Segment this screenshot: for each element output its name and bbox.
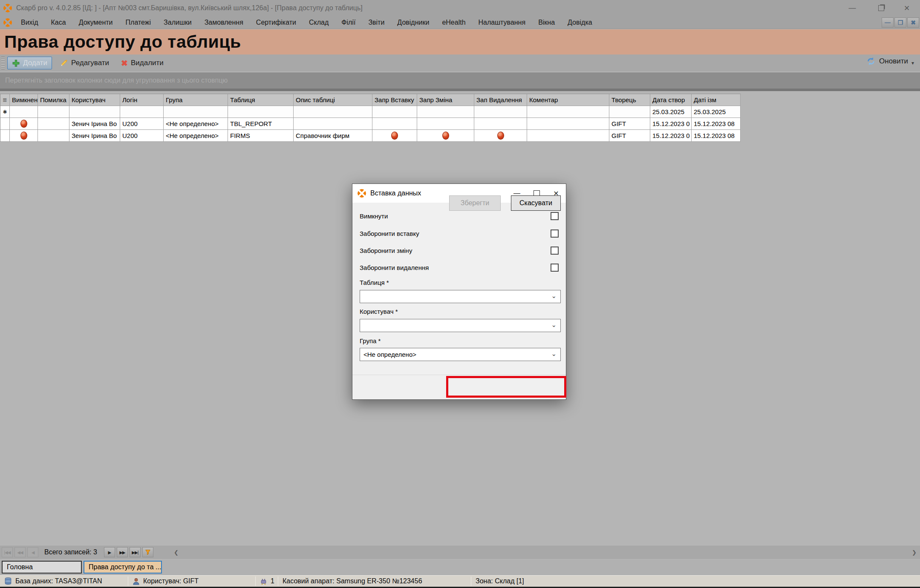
refresh-dropdown-arrow-icon[interactable]: ▾ (911, 60, 914, 66)
filter-cell[interactable] (294, 106, 372, 118)
filter-cell[interactable] (474, 106, 527, 118)
fast-prev-button[interactable]: ◀◀ (14, 547, 26, 557)
cell-group[interactable]: <Не определено> (164, 118, 228, 130)
close-button[interactable]: ✕ (897, 0, 917, 16)
cell-descr[interactable]: Справочник фирм (294, 130, 372, 142)
refresh-button[interactable]: Оновити ▾ (866, 57, 914, 66)
last-page-button[interactable]: ▶▶| (130, 547, 141, 557)
menu-item-vikna[interactable]: Вікна (532, 17, 561, 28)
cell-modified[interactable]: 15.12.2023 08 (692, 118, 741, 130)
col-header-disabled[interactable]: Вимкнен (10, 94, 38, 106)
filter-cell[interactable] (228, 106, 294, 118)
col-header-error[interactable]: Помилка (38, 94, 69, 106)
table-combobox[interactable]: ⌄ (360, 290, 561, 303)
deny-update-checkbox[interactable] (551, 247, 559, 255)
mdi-minimize-button[interactable]: — (882, 17, 894, 28)
mdi-close-button[interactable]: ✖ (907, 17, 919, 28)
col-header-date-created[interactable]: Дата створ (650, 94, 692, 106)
filter-cell[interactable] (417, 106, 474, 118)
col-header-creator[interactable]: Творець (609, 94, 650, 106)
col-header-group[interactable]: Група (164, 94, 228, 106)
scroll-right-icon[interactable]: ❯ (912, 549, 917, 556)
menu-item-nalashtuvannya[interactable]: Налаштування (472, 17, 532, 28)
col-header-comment[interactable]: Коментар (527, 94, 609, 106)
cell-modified[interactable]: 15.12.2023 08 (692, 130, 741, 142)
grid-row-tbl-report[interactable]: Зенич Ірина Во U200 <Не определено> TBL_… (0, 118, 741, 130)
filter-cell[interactable] (372, 106, 417, 118)
menu-item-dokumenty[interactable]: Документи (72, 17, 119, 28)
pencil-icon (60, 59, 68, 67)
menu-item-zvity[interactable]: Звіти (362, 17, 391, 28)
fast-next-button[interactable]: ▶▶ (117, 547, 128, 557)
menu-item-filii[interactable]: Філії (335, 17, 362, 28)
menu-item-kasa[interactable]: Каса (45, 17, 72, 28)
filter-cell[interactable] (164, 106, 228, 118)
group-field-label: Група * (360, 337, 381, 344)
menu-item-sertyfikaty[interactable]: Сертифікати (250, 17, 303, 28)
filter-cell[interactable] (609, 106, 650, 118)
filter-cell-modified[interactable]: 25.03.2025 (692, 106, 741, 118)
menu-item-dovidka[interactable]: Довідка (561, 17, 599, 28)
prev-page-button[interactable]: ◀ (27, 547, 38, 557)
red-status-icon (391, 132, 398, 140)
cell-creator[interactable]: GIFT (609, 118, 650, 130)
disable-checkbox[interactable] (551, 212, 559, 220)
cell-user[interactable]: Зенич Ірина Во (69, 118, 120, 130)
cell-deny-insert (372, 118, 417, 130)
scroll-left-icon[interactable]: ❮ (174, 549, 179, 556)
col-header-user[interactable]: Користувач (69, 94, 120, 106)
col-header-login[interactable]: Логін (120, 94, 164, 106)
menu-item-zalyshky[interactable]: Залишки (157, 17, 198, 28)
cell-descr[interactable] (294, 118, 372, 130)
cell-table[interactable]: TBL_REPORT (228, 118, 294, 130)
cell-comment[interactable] (527, 130, 609, 142)
delete-button[interactable]: ✖ Видалити (117, 57, 168, 70)
filter-button[interactable] (142, 547, 153, 557)
cell-group[interactable]: <Не определено> (164, 130, 228, 142)
col-header-table[interactable]: Таблиця (228, 94, 294, 106)
menu-item-vyhid[interactable]: Вихід (14, 17, 45, 28)
deny-delete-checkbox[interactable] (551, 264, 559, 272)
menu-item-sklad[interactable]: Склад (303, 17, 335, 28)
filter-cell-created[interactable]: 25.03.2025 (650, 106, 692, 118)
mdi-restore-button[interactable]: ❐ (894, 17, 906, 28)
filter-cell[interactable] (10, 106, 38, 118)
add-button[interactable]: Додати (7, 57, 52, 69)
menu-item-dovidnyky[interactable]: Довідники (391, 17, 435, 28)
col-header-deny-delete[interactable]: Зап Видалення (474, 94, 527, 106)
filter-cell[interactable] (69, 106, 120, 118)
col-header-description[interactable]: Опис таблиці (294, 94, 372, 106)
tab-holovna[interactable]: Головна (2, 561, 82, 574)
filter-cell[interactable] (38, 106, 69, 118)
cell-login[interactable]: U200 (120, 130, 164, 142)
save-button[interactable]: Зберегти (449, 195, 501, 211)
cell-created[interactable]: 15.12.2023 0 (650, 118, 692, 130)
horizontal-scrollbar[interactable]: ❮ ❯ (170, 547, 920, 558)
col-header-deny-insert[interactable]: Запр Вставку (372, 94, 417, 106)
next-page-button[interactable]: ▶ (104, 547, 115, 557)
grid-row-firms[interactable]: Зенич Ірина Во U200 <Не определено> FIRM… (0, 130, 741, 142)
cell-creator[interactable]: GIFT (609, 130, 650, 142)
user-combobox[interactable]: ⌄ (360, 319, 561, 332)
tab-access-rights[interactable]: Права доступу до та ... (84, 561, 162, 574)
col-header-date-modified[interactable]: Даті ізм (692, 94, 741, 106)
cell-user[interactable]: Зенич Ірина Во (69, 130, 120, 142)
restore-button[interactable] (871, 0, 891, 16)
first-page-button[interactable]: |◀◀ (2, 547, 13, 557)
cell-comment[interactable] (527, 118, 609, 130)
menu-item-platezhi[interactable]: Платежі (119, 17, 158, 28)
menu-item-ehealth[interactable]: eHealth (435, 17, 472, 28)
filter-cell[interactable] (527, 106, 609, 118)
cell-table[interactable]: FIRMS (228, 130, 294, 142)
cell-login[interactable]: U200 (120, 118, 164, 130)
cell-created[interactable]: 15.12.2023 0 (650, 130, 692, 142)
menu-item-zamovlennya[interactable]: Замовлення (198, 17, 250, 28)
edit-button[interactable]: Редагувати (55, 57, 113, 69)
minimize-button[interactable]: — (842, 0, 862, 16)
cancel-button[interactable]: Скасувати (511, 195, 561, 211)
filter-cell[interactable] (120, 106, 164, 118)
deny-insert-checkbox[interactable] (551, 229, 559, 238)
toolbar-grip[interactable] (1, 57, 5, 69)
col-header-deny-update[interactable]: Запр Зміна (417, 94, 474, 106)
group-combobox[interactable]: <Не определено> ⌄ (360, 348, 561, 361)
